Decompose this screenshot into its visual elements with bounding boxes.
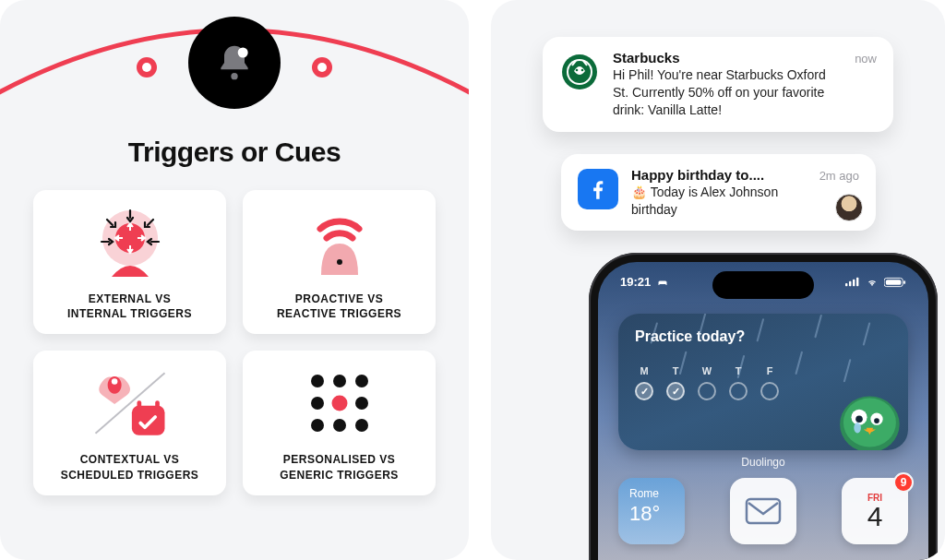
svg-point-0	[231, 73, 237, 79]
svg-rect-30	[853, 280, 855, 287]
svg-rect-12	[137, 401, 141, 411]
arc-node-right	[310, 55, 334, 79]
svg-line-36	[700, 314, 705, 335]
svg-point-14	[311, 375, 324, 387]
card-external-internal: EXTERNAL VS INTERNAL TRIGGERS	[33, 190, 226, 334]
signal-icon	[845, 277, 860, 287]
svg-point-10	[111, 379, 117, 386]
svg-rect-34	[903, 280, 905, 284]
svg-rect-13	[155, 401, 160, 411]
weather-app-widget[interactable]: Rome 18°	[618, 478, 685, 544]
card-personalised-generic: PERSONALISED VS GENERIC TRIGGERS	[243, 351, 436, 494]
calendar-day: 4	[867, 503, 883, 530]
card-proactive-reactive: PROACTIVE VS REACTIVE TRIGGERS	[243, 190, 436, 334]
svg-point-3	[142, 63, 151, 72]
triggers-panel: Triggers or Cues	[0, 0, 469, 560]
svg-rect-33	[886, 280, 902, 285]
svg-point-8	[337, 259, 342, 265]
card-label: PROACTIVE VS REACTIVE TRIGGERS	[277, 292, 401, 321]
bell-icon	[214, 42, 255, 83]
notification-time: 2m ago	[819, 169, 859, 183]
notification-starbucks[interactable]: Starbucks Hi Phil! You're near Starbucks…	[543, 37, 893, 132]
notification-time: now	[855, 52, 877, 66]
svg-line-38	[816, 316, 821, 338]
svg-point-51	[854, 423, 861, 433]
svg-point-17	[311, 397, 324, 410]
svg-line-35	[652, 324, 657, 343]
arc-node-left	[135, 55, 159, 79]
svg-rect-52	[747, 499, 780, 523]
svg-rect-28	[845, 284, 847, 287]
svg-rect-29	[849, 281, 851, 287]
svg-point-49	[874, 419, 879, 424]
svg-point-27	[581, 69, 584, 72]
svg-point-26	[576, 69, 579, 72]
duo-owl-icon	[824, 370, 908, 450]
svg-point-45	[843, 399, 896, 447]
examples-panel: Starbucks Hi Phil! You're near Starbucks…	[491, 0, 945, 560]
calendar-badge: 9	[893, 472, 914, 493]
card-label: PERSONALISED VS GENERIC TRIGGERS	[280, 452, 399, 482]
svg-point-20	[311, 419, 324, 432]
wifi-icon	[865, 277, 879, 288]
notification-message: 🎂 Today is Alex Johnson birthday	[631, 184, 807, 219]
external-internal-icon	[89, 205, 172, 280]
notification-title: Happy birthday to....	[631, 167, 807, 183]
contextual-scheduled-icon	[89, 365, 172, 441]
envelope-icon	[745, 497, 782, 525]
hero-arc	[33, 0, 436, 120]
proactive-reactive-icon	[298, 205, 381, 280]
svg-point-22	[355, 419, 368, 432]
svg-point-16	[355, 375, 368, 387]
home-apps-row: Rome 18° FRI 4 9	[618, 478, 908, 544]
svg-point-15	[333, 375, 346, 387]
notification-title: Starbucks	[613, 50, 842, 66]
weather-city: Rome	[629, 487, 659, 500]
card-label: EXTERNAL VS INTERNAL TRIGGERS	[67, 292, 192, 321]
mail-app-icon[interactable]	[730, 478, 796, 544]
notification-message: Hi Phil! You're near Starbucks Oxford St…	[613, 66, 842, 119]
svg-point-5	[317, 63, 327, 72]
calendar-app-icon[interactable]: FRI 4 9	[842, 478, 908, 544]
bed-icon	[656, 277, 669, 288]
card-contextual-scheduled: CONTEXTUAL VS SCHEDULED TRIGGERS	[33, 351, 226, 494]
notification-facebook[interactable]: Happy birthday to.... 🎂 Today is Alex Jo…	[561, 154, 876, 232]
status-time: 19:21	[620, 275, 651, 289]
svg-point-1	[238, 48, 248, 58]
battery-icon	[884, 277, 906, 288]
svg-rect-11	[131, 406, 164, 435]
svg-rect-31	[856, 278, 858, 287]
card-label: CONTEXTUAL VS SCHEDULED TRIGGERS	[61, 452, 199, 482]
svg-line-39	[864, 324, 869, 345]
weather-temp: 18°	[629, 502, 660, 526]
starbucks-icon	[559, 52, 600, 92]
svg-point-21	[333, 419, 346, 432]
svg-point-18	[331, 396, 347, 411]
widget-app-label: Duolingo	[598, 456, 928, 469]
bell-badge	[188, 17, 281, 109]
svg-point-47	[855, 416, 863, 423]
svg-line-37	[758, 320, 763, 341]
status-bar: 19:21	[598, 275, 928, 289]
svg-line-40	[680, 352, 686, 374]
phone-mockup: 19:21	[543, 253, 945, 548]
personalised-generic-icon	[298, 365, 381, 441]
svg-point-19	[355, 397, 368, 410]
svg-line-41	[738, 357, 744, 378]
trigger-card-grid: EXTERNAL VS INTERNAL TRIGGERS PROACTIVE …	[33, 190, 436, 495]
facebook-icon	[578, 169, 618, 209]
svg-line-42	[796, 352, 802, 374]
duolingo-widget[interactable]: Practice today? M T W T F	[618, 314, 908, 450]
contact-avatar	[835, 194, 863, 221]
